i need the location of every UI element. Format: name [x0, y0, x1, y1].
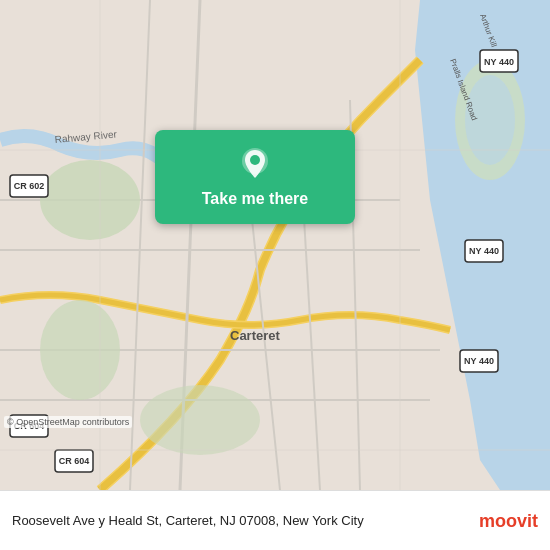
button-label: Take me there — [202, 190, 308, 208]
svg-text:NY 440: NY 440 — [469, 246, 499, 256]
svg-text:NY 440: NY 440 — [484, 57, 514, 67]
map-attribution: © OpenStreetMap contributors — [4, 416, 132, 428]
svg-text:CR 604: CR 604 — [59, 456, 90, 466]
address-label: Roosevelt Ave y Heald St, Carteret, NJ 0… — [12, 513, 479, 528]
map-view: NY 440 NY 440 NY 440 CR 602 CR 604 CR 60… — [0, 0, 550, 490]
svg-point-37 — [250, 155, 260, 165]
svg-text:CR 602: CR 602 — [14, 181, 45, 191]
svg-point-13 — [40, 160, 140, 240]
svg-point-14 — [40, 300, 120, 400]
button-overlay: Take me there — [155, 130, 355, 224]
location-pin-icon — [237, 146, 273, 182]
bottom-info-bar: Roosevelt Ave y Heald St, Carteret, NJ 0… — [0, 490, 550, 550]
svg-point-15 — [140, 385, 260, 455]
moovit-logo: moovit — [479, 512, 538, 530]
moovit-brand-name: moovit — [479, 512, 538, 530]
svg-text:Carteret: Carteret — [230, 328, 281, 343]
svg-text:NY 440: NY 440 — [464, 356, 494, 366]
take-me-there-button[interactable]: Take me there — [155, 130, 355, 224]
